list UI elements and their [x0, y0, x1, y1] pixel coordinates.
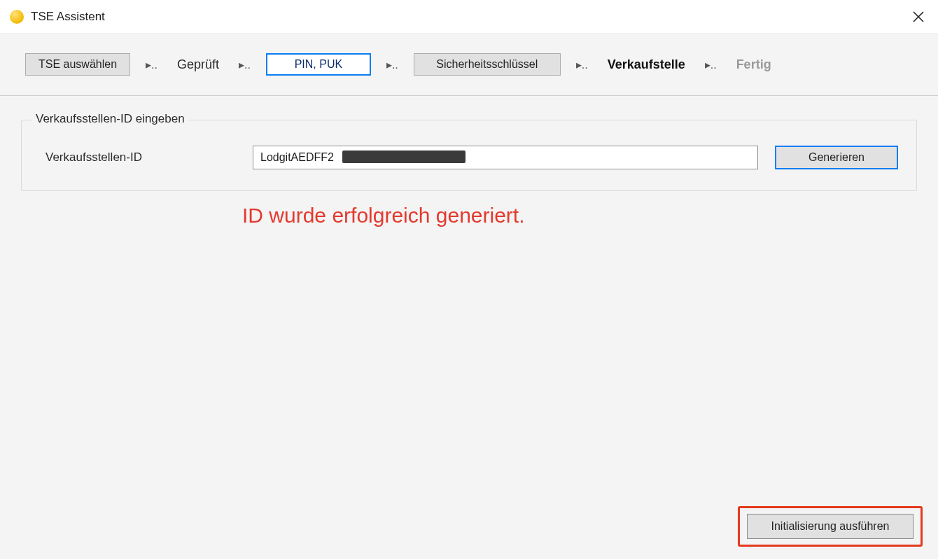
highlight-rect: Initialisierung ausführen [738, 506, 923, 547]
pos-id-input[interactable] [253, 146, 758, 169]
step-checked: Geprüft [173, 57, 223, 72]
step-separator-icon: ▸.. [144, 58, 159, 71]
step-point-of-sale: Verkaufstelle [603, 57, 690, 72]
step-separator-icon: ▸.. [704, 58, 718, 71]
step-separator-icon: ▸.. [575, 58, 589, 71]
group-title: Verkaufsstellen-ID eingeben [31, 112, 189, 126]
generate-button[interactable]: Generieren [775, 146, 898, 169]
step-security-key[interactable]: Sicherheitsschlüssel [414, 53, 561, 76]
step-separator-icon: ▸.. [237, 58, 252, 71]
step-done: Fertig [732, 57, 776, 72]
app-icon [10, 10, 24, 24]
step-separator-icon: ▸.. [385, 58, 400, 71]
pos-id-label: Verkaufsstellen-ID [40, 150, 236, 164]
window-title: TSE Assistent [31, 10, 105, 24]
close-button[interactable] [904, 3, 932, 31]
close-icon [913, 11, 924, 22]
step-pin-puk[interactable]: PIN, PUK [266, 53, 371, 76]
footer-actions: Initialisierung ausführen [738, 506, 923, 547]
titlebar: TSE Assistent [0, 0, 938, 34]
content-area: Verkaufsstellen-ID eingeben Verkaufsstel… [0, 96, 938, 559]
status-message: ID wurde erfolgreich generiert. [21, 204, 917, 227]
initialize-button[interactable]: Initialisierung ausführen [747, 514, 913, 539]
wizard-steps-bar: TSE auswählen ▸.. Geprüft ▸.. PIN, PUK ▸… [0, 34, 938, 96]
step-select-tse[interactable]: TSE auswählen [25, 53, 130, 76]
group-pos-id: Verkaufsstellen-ID eingeben Verkaufsstel… [21, 120, 917, 191]
